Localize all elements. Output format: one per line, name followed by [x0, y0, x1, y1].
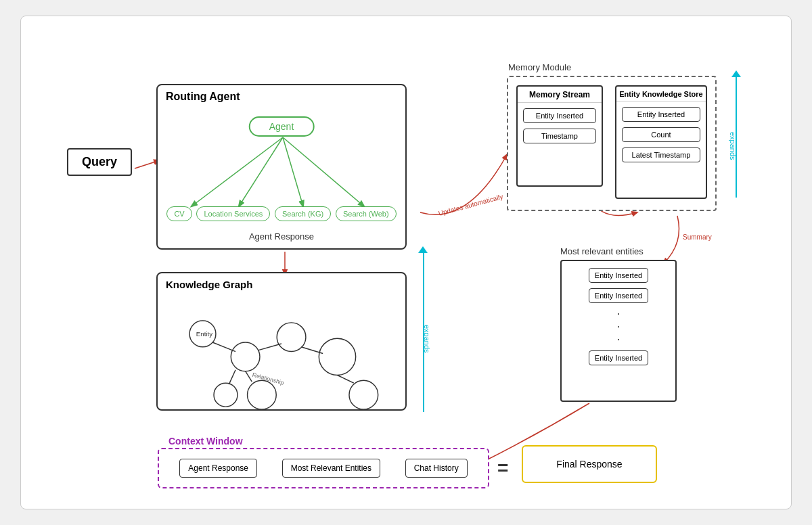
dots-area: · · ·	[617, 309, 620, 345]
memory-stream-item-1: Entity Inserted	[523, 108, 596, 123]
memory-stream-box: Memory Stream Entity Inserted Timestamp	[516, 85, 603, 187]
most-relevant-label: Most relevant entities	[560, 246, 644, 256]
entity-knowledge-item-3: Latest Timestamp	[622, 147, 700, 162]
sub-agent-cv: CV	[166, 206, 191, 221]
agent-green-box: Agent	[249, 116, 315, 137]
svg-text:Relationship: Relationship	[252, 371, 285, 386]
svg-line-17	[258, 344, 281, 350]
svg-line-5	[239, 137, 283, 206]
svg-point-12	[319, 338, 355, 375]
svg-point-14	[214, 383, 238, 407]
memory-module-box: Memory Stream Entity Inserted Timestamp …	[507, 76, 717, 211]
final-response-label: Final Response	[556, 459, 622, 470]
entity-knowledge-box: Entity Knowledge Store Entity Inserted C…	[615, 85, 707, 199]
knowledge-graph-box: Knowledge Graph Entity Relationship	[156, 272, 407, 411]
svg-line-6	[283, 137, 303, 206]
context-item-agent-response: Agent Response	[179, 459, 257, 478]
main-container: Updates automatically Summary Query Rout…	[20, 16, 792, 509]
dot-1: ·	[617, 309, 620, 319]
dot-3: ·	[617, 334, 620, 345]
context-item-chat-history: Chat History	[405, 459, 468, 478]
context-window-label: Context Window	[168, 436, 243, 447]
most-relevant-item-3: Entity Inserted	[589, 350, 648, 365]
routing-agent-title: Routing Agent	[158, 85, 405, 108]
query-label: Query	[82, 155, 117, 168]
expands-right-arrowhead	[731, 70, 741, 77]
svg-line-7	[283, 137, 364, 206]
svg-text:Entity: Entity	[196, 330, 212, 338]
svg-text:Summary: Summary	[683, 233, 712, 241]
context-item-most-relevant: Most Relevant Entities	[282, 459, 380, 478]
memory-stream-title: Memory Stream	[518, 87, 602, 103]
equals-sign: =	[497, 457, 508, 479]
expands-right-label: expands	[729, 132, 737, 160]
knowledge-graph-title: Knowledge Graph	[158, 273, 405, 296]
sub-agents: CV Location Services Search (KG) Search …	[158, 206, 405, 221]
most-relevant-item-1: Entity Inserted	[589, 268, 648, 283]
svg-line-4	[191, 137, 283, 206]
entity-knowledge-items: Entity Inserted Count Latest Timestamp	[616, 101, 706, 168]
entity-knowledge-title: Entity Knowledge Store	[616, 87, 706, 101]
context-window-box: Agent Response Most Relevant Entities Ch…	[158, 448, 489, 488]
expands-up-label: expands	[423, 325, 431, 353]
sub-agent-location: Location Services	[196, 206, 270, 221]
final-response-box: Final Response	[522, 445, 657, 483]
sub-agent-web: Search (Web)	[336, 206, 397, 221]
memory-stream-items: Entity Inserted Timestamp	[518, 103, 602, 149]
svg-line-16	[212, 342, 235, 352]
expands-up-arrowhead	[418, 246, 428, 253]
svg-point-13	[248, 380, 277, 409]
entity-knowledge-item-2: Count	[622, 127, 700, 142]
svg-point-10	[231, 342, 260, 371]
dot-2: ·	[617, 321, 620, 332]
routing-agent-inner: Agent CV Location Services Search (KG) S…	[158, 108, 405, 247]
agent-response-label: Agent Response	[249, 231, 314, 242]
svg-point-15	[349, 380, 378, 409]
sub-agent-kg: Search (KG)	[275, 206, 331, 221]
routing-agent-box: Routing Agent Agent CV Location Services…	[156, 84, 407, 250]
query-box: Query	[67, 148, 132, 176]
most-relevant-item-2: Entity Inserted	[589, 288, 648, 303]
entity-knowledge-item-1: Entity Inserted	[622, 107, 700, 122]
svg-line-21	[338, 375, 354, 384]
svg-line-20	[229, 370, 235, 384]
knowledge-graph-svg: Entity Relationship	[158, 298, 405, 409]
svg-text:Updates automatically: Updates automatically	[438, 193, 504, 217]
memory-stream-item-2: Timestamp	[523, 129, 596, 143]
most-relevant-box: Entity Inserted Entity Inserted · · · En…	[560, 260, 677, 402]
svg-line-19	[246, 371, 252, 382]
memory-module-label: Memory Module	[508, 62, 571, 72]
